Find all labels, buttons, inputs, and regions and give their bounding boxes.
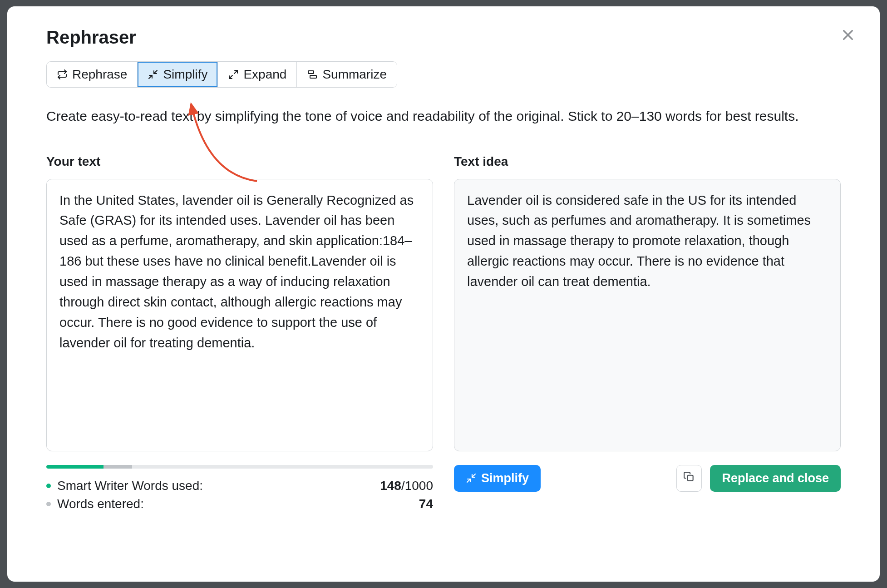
svg-line-4 [234, 70, 237, 74]
output-textbox: Lavender oil is considered safe in the U… [454, 179, 841, 451]
stat-label: Smart Writer Words used: [57, 479, 380, 493]
output-column: Text idea Lavender oil is considered saf… [454, 154, 841, 515]
stat-label: Words entered: [57, 497, 419, 511]
mode-tabs: Rephrase Simplify Expand [46, 61, 397, 88]
simplify-icon [466, 473, 477, 484]
svg-line-3 [149, 75, 152, 79]
svg-rect-6 [308, 71, 314, 74]
tab-label: Expand [243, 67, 286, 82]
tab-label: Simplify [163, 67, 207, 82]
stat-value: 74 [419, 497, 433, 511]
dot-icon-grey [46, 502, 51, 506]
rephraser-modal: Rephraser Rephrase Simplify [7, 6, 880, 582]
tab-expand[interactable]: Expand [218, 62, 297, 87]
input-heading: Your text [46, 154, 433, 169]
modal-title: Rephraser [46, 27, 841, 48]
copy-button[interactable] [676, 465, 702, 492]
close-icon [841, 28, 855, 44]
button-label: Replace and close [722, 471, 829, 485]
usage-progress-bar [46, 465, 433, 469]
tab-label: Summarize [322, 67, 387, 82]
tab-label: Rephrase [72, 67, 127, 82]
svg-line-5 [229, 75, 232, 79]
copy-icon [683, 471, 695, 486]
close-button[interactable] [838, 25, 858, 45]
expand-icon [228, 69, 239, 80]
tab-summarize[interactable]: Summarize [297, 62, 397, 87]
replace-and-close-button[interactable]: Replace and close [710, 465, 841, 492]
tab-rephrase[interactable]: Rephrase [47, 62, 138, 87]
svg-rect-10 [688, 475, 693, 480]
rephrase-icon [57, 69, 68, 80]
stat-smart-words: Smart Writer Words used: 148/1000 [46, 479, 433, 493]
button-label: Simplify [481, 471, 529, 485]
mode-description: Create easy-to-read text by simplifying … [46, 106, 836, 127]
simplify-button[interactable]: Simplify [454, 465, 541, 492]
progress-segment-entered [103, 465, 132, 469]
simplify-icon [148, 69, 158, 80]
tab-simplify[interactable]: Simplify [138, 62, 218, 87]
stat-words-entered: Words entered: 74 [46, 497, 433, 511]
svg-line-2 [154, 70, 157, 74]
summarize-icon [307, 69, 318, 80]
svg-rect-7 [310, 75, 316, 78]
dot-icon-green [46, 484, 51, 488]
progress-segment-used [46, 465, 103, 469]
input-column: Your text In the United States, lavender… [46, 154, 433, 515]
output-heading: Text idea [454, 154, 841, 169]
input-textbox[interactable]: In the United States, lavender oil is Ge… [46, 179, 433, 451]
stat-value: 148/1000 [380, 479, 433, 493]
